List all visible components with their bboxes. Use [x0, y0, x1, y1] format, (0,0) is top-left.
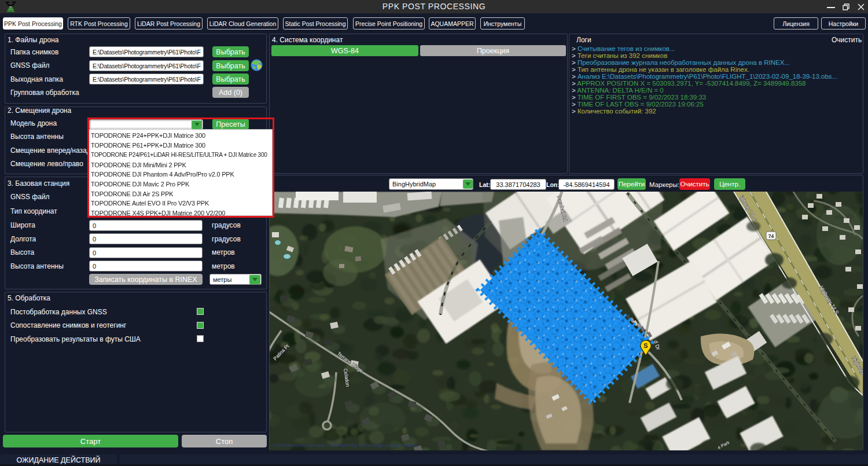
svg-text:S: S	[643, 342, 648, 349]
svg-text:74: 74	[768, 233, 774, 239]
svg-text:©2024 Microsoft Corporation ©: ©2024 Microsoft Corporation ©2024 NAVTEQ…	[273, 443, 417, 448]
